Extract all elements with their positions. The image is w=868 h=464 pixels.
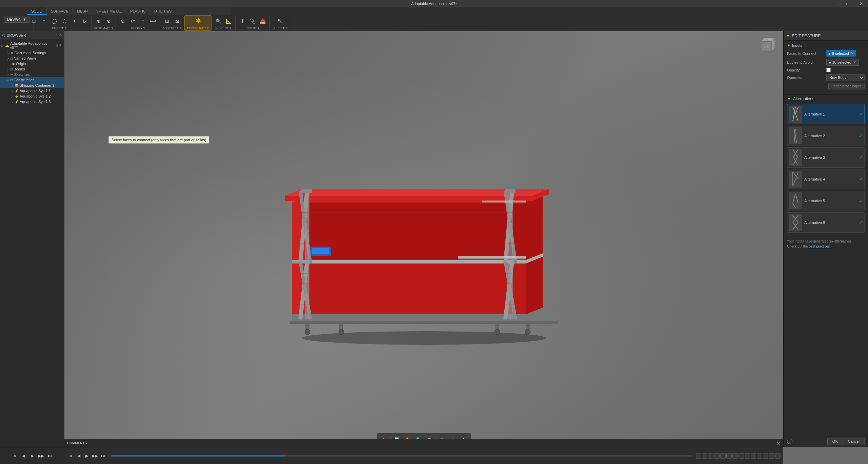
create-torus-btn[interactable]: ⬡: [60, 16, 69, 26]
timeline-step[interactable]: [702, 453, 707, 459]
insert-btn2[interactable]: 📎: [248, 16, 257, 26]
timeline-step[interactable]: [775, 453, 781, 459]
alternative-4[interactable]: Alternative 4 ✓: [787, 169, 865, 189]
operation-select[interactable]: New Body Join Cut Intersect: [826, 74, 865, 81]
faces-badge[interactable]: ■ 6 selected ✕: [826, 50, 856, 57]
tree-root-icon: ☁: [5, 43, 9, 48]
modify-btn2[interactable]: ⟳: [128, 16, 138, 26]
timeline-step[interactable]: [726, 453, 732, 459]
timeline-step[interactable]: [745, 453, 750, 459]
timeline-track[interactable]: [110, 455, 692, 457]
automate-btn2[interactable]: ⊗: [104, 16, 114, 26]
maximize-button[interactable]: □: [841, 0, 854, 7]
tree-item-doc-settings[interactable]: ▷ ⚙ Document Settings: [0, 50, 64, 56]
timeline-step[interactable]: [763, 453, 768, 459]
automate-btn1[interactable]: ⊕: [94, 16, 103, 26]
timeline-step[interactable]: [769, 453, 774, 459]
inspect-btn2[interactable]: 📐: [224, 16, 233, 26]
faces-row: Faces to Connect ■ 6 selected ✕: [787, 50, 865, 57]
create-fx-btn[interactable]: fx: [80, 16, 89, 26]
timeline-step[interactable]: [708, 453, 713, 459]
tree-item-origin[interactable]: ◉ Origin: [0, 61, 64, 66]
tab-sheet-metal[interactable]: SHEET METAL: [92, 7, 126, 15]
cancel-button[interactable]: Cancel: [843, 438, 865, 445]
tree-item-container1[interactable]: ▷ 📦 Shipping Container 1: [0, 83, 64, 88]
timeline-step[interactable]: [732, 453, 738, 459]
faces-badge-clear[interactable]: ✕: [850, 51, 854, 56]
tree-item-root[interactable]: ▷ ☁ Adaptable Aquaponics v97* ⚙ 👁: [0, 41, 64, 50]
timeline-end-btn[interactable]: ⏭: [100, 452, 106, 459]
tree-visibility-icon[interactable]: 👁: [59, 44, 63, 47]
viewport[interactable]: Select faces to connect (only faces that…: [64, 31, 783, 447]
tree-item-construction[interactable]: ▽ □ Construction: [0, 77, 64, 83]
pb-start[interactable]: ⏮: [11, 452, 18, 459]
modify-btn4[interactable]: ⟺: [148, 16, 158, 26]
pb-end[interactable]: ⏭: [46, 452, 53, 459]
tree-item-aqua3[interactable]: ▷ ⚡ Aquaponic Sys 1.3: [0, 99, 64, 104]
info-icon[interactable]: i: [787, 439, 792, 444]
bodies-badge-clear[interactable]: ✕: [853, 60, 856, 65]
minimize-button[interactable]: —: [827, 0, 841, 7]
assemble-btn1[interactable]: ⊞: [162, 16, 172, 26]
alternatives-header[interactable]: ▼ Alternatives: [787, 97, 865, 101]
create-cylinder-btn[interactable]: ○: [39, 16, 49, 26]
comments-close-btn[interactable]: ✕: [776, 441, 781, 446]
timeline-step[interactable]: [714, 453, 720, 459]
ok-button[interactable]: OK: [827, 438, 843, 445]
timeline-next-btn[interactable]: ▶▶: [92, 452, 98, 459]
create-coil-btn[interactable]: ✦: [70, 16, 79, 26]
assemble-btn2[interactable]: ⊠: [173, 16, 182, 26]
browser-panel: ◁ BROWSER ⋯ ✕ ▷ ☁ Adaptable Aquaponics v…: [0, 31, 64, 447]
opacity-checkbox[interactable]: [826, 68, 831, 72]
pb-play[interactable]: ▶: [29, 452, 36, 459]
browser-tree: ▷ ☁ Adaptable Aquaponics v97* ⚙ 👁 ▷ ⚙ Do…: [0, 39, 64, 447]
timeline-prev-btn[interactable]: ◀: [75, 452, 82, 459]
modify-btn1[interactable]: ⊙: [118, 16, 127, 26]
create-box-btn[interactable]: □: [29, 16, 39, 26]
regenerate-btn[interactable]: Regenerate Shapes: [828, 83, 865, 89]
insert-btn1[interactable]: ⬇: [238, 16, 247, 26]
close-button[interactable]: ✕: [854, 0, 868, 7]
timeline-step[interactable]: [739, 453, 744, 459]
tree-item-aqua2[interactable]: ▷ ⚡ Aquaponic Sys 1.2: [0, 93, 64, 99]
alternative-6[interactable]: Alternative 6 ✓: [787, 212, 865, 233]
design-dropdown[interactable]: DESIGN ▼: [4, 16, 29, 23]
select-btn1[interactable]: ↖: [275, 16, 285, 26]
timeline-start-btn[interactable]: ⏮: [67, 452, 74, 459]
alternative-3[interactable]: Alternative 3 ✓: [787, 147, 865, 168]
pb-prev[interactable]: ◀: [20, 452, 27, 459]
footer-link[interactable]: best practices.: [809, 245, 831, 248]
tree-item-named-views[interactable]: ▷ □ Named Views: [0, 56, 64, 61]
modify-btn3[interactable]: ↕: [138, 16, 148, 26]
insert-btn3[interactable]: 📥: [258, 16, 267, 26]
timeline-step[interactable]: [720, 453, 726, 459]
alternative-1[interactable]: Alternative 1 ✓: [787, 104, 865, 124]
tab-mesh[interactable]: MESH: [73, 7, 92, 15]
browser-close-icon[interactable]: ✕: [59, 33, 62, 37]
timeline-step[interactable]: [757, 453, 762, 459]
timeline-step[interactable]: [751, 453, 756, 459]
browser-options-icon[interactable]: ⋯: [53, 33, 57, 37]
alternative-2[interactable]: Alternative 2 ✓: [787, 126, 865, 146]
tree-settings-icon[interactable]: ⚙: [55, 44, 58, 47]
tree-item-aqua1[interactable]: ▷ ⚡ Aquaponic Sys 1.1: [0, 88, 64, 93]
tree-doc-label: Document Settings: [15, 51, 46, 55]
inputs-collapse-icon[interactable]: ▼: [787, 43, 791, 47]
inspect-btn1[interactable]: 🔍: [214, 16, 223, 26]
bodies-badge[interactable]: ■ 10 selected ✕: [826, 59, 859, 66]
tab-solid[interactable]: SOLID: [27, 7, 47, 15]
tab-bar: SOLID SURFACE MESH SHEET METAL PLASTIC U…: [27, 7, 230, 15]
tree-item-bodies[interactable]: ▷ □ Bodies: [0, 66, 64, 72]
timeline-play-btn[interactable]: ▶: [83, 452, 90, 459]
browser-collapse-icon[interactable]: ◁: [2, 33, 5, 37]
construct-btn1[interactable]: ✱: [193, 16, 203, 26]
tree-item-sketches[interactable]: ▷ ✏ Sketches: [0, 72, 64, 77]
view-cube[interactable]: FRONT TOP RT: [756, 35, 780, 58]
tab-surface[interactable]: SURFACE: [47, 7, 73, 15]
create-sphere-btn[interactable]: ◯: [49, 16, 59, 26]
alternative-5[interactable]: Alternative 5 ✓: [787, 191, 865, 211]
tab-plastic[interactable]: PLASTIC: [126, 7, 150, 15]
timeline-step[interactable]: [696, 453, 701, 459]
tab-utilities[interactable]: UTILITIES: [150, 7, 176, 15]
pb-next[interactable]: ▶▶: [38, 452, 44, 459]
